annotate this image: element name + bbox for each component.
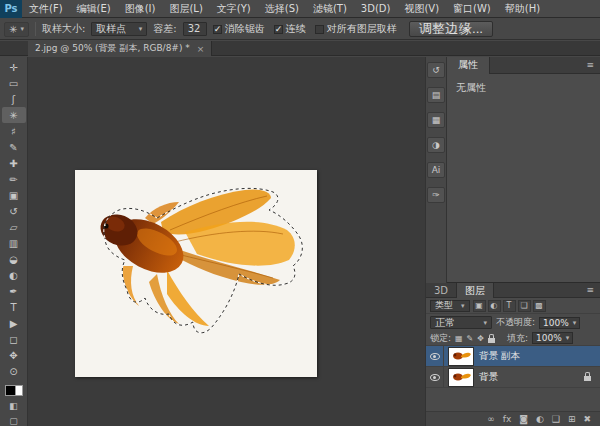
hand-tool[interactable]: ✥ (2, 347, 26, 363)
eyedropper-tool[interactable]: ✎ (2, 139, 26, 155)
close-tab-icon[interactable]: × (197, 44, 205, 54)
eraser-tool[interactable]: ▱ (2, 219, 26, 235)
layer-group-icon[interactable]: ❑ (552, 414, 560, 424)
brush-panel-icon[interactable]: ✑ (427, 187, 445, 203)
checkbox-icon (315, 25, 324, 34)
menu-edit[interactable]: 编辑(E) (70, 0, 118, 18)
crop-tool[interactable]: ♯ (2, 123, 26, 139)
smart-object-filter-icon[interactable]: ▩ (533, 300, 546, 312)
path-selection-tool[interactable]: ▶ (2, 315, 26, 331)
tab-3d[interactable]: 3D (426, 283, 456, 298)
menu-layer[interactable]: 图层(L) (162, 0, 209, 18)
fill-input[interactable]: 100% ▾ (532, 332, 573, 344)
layers-panel: 3D 图层 ≡ 类型 ▾ ▣◐T❏▩ 正常 ▾ 不透明度: 100% ▾ (425, 283, 600, 426)
anti-alias-checkbox[interactable]: 消除锯齿 (213, 22, 265, 36)
document-tab[interactable]: 2.jpg @ 50% (背景 副本, RGB/8#) * × (28, 41, 212, 56)
layer-thumbnail[interactable] (449, 369, 473, 386)
checkbox-label: 连续 (286, 22, 306, 36)
lock-transparency-icon[interactable]: ▦ (455, 334, 463, 343)
contiguous-checkbox[interactable]: 连续 (274, 22, 306, 36)
new-layer-icon[interactable]: ⊞ (568, 414, 576, 424)
layer-style-icon[interactable]: fx (503, 414, 512, 424)
delete-layer-icon[interactable]: ✖ (583, 414, 591, 424)
menu-type[interactable]: 文字(Y) (210, 0, 258, 18)
pixel-filter-icon[interactable]: ▣ (473, 300, 486, 312)
layer-thumbnail[interactable] (449, 348, 473, 365)
adjustment-filter-icon[interactable]: ◐ (488, 300, 501, 312)
styles-panel-icon[interactable]: Ai (427, 162, 445, 178)
color-panel-icon[interactable]: ▤ (427, 87, 445, 103)
gradient-tool[interactable]: ▥ (2, 235, 26, 251)
menu-image[interactable]: 图像(I) (118, 0, 163, 18)
tool-icon: ♯ (11, 126, 16, 137)
history-brush-tool[interactable]: ↺ (2, 203, 26, 219)
lock-all-icon[interactable] (488, 338, 495, 343)
menu-view[interactable]: 视图(V) (397, 0, 446, 18)
tool-icon: ✚ (9, 158, 17, 169)
swatches-panel-icon[interactable]: ▦ (427, 112, 445, 128)
menu-filter[interactable]: 滤镜(T) (306, 0, 354, 18)
tab-layers[interactable]: 图层 (456, 283, 494, 298)
adjustment-layer-icon[interactable]: ◐ (536, 414, 544, 424)
type-filter-icon[interactable]: T (503, 300, 516, 312)
shape-filter-icon[interactable]: ❏ (518, 300, 531, 312)
panel-menu-icon[interactable]: ≡ (586, 60, 594, 70)
menu-window[interactable]: 窗口(W) (446, 0, 498, 18)
blend-mode-dropdown[interactable]: 正常 ▾ (430, 316, 492, 329)
adjustments-panel-icon[interactable]: ◑ (427, 137, 445, 153)
history-panel-icon[interactable]: ↺ (427, 62, 445, 78)
menu-file[interactable]: 文件(F) (22, 0, 70, 18)
pen-tool[interactable]: ✒ (2, 283, 26, 299)
tool-icon: ▥ (9, 238, 18, 249)
menu-select[interactable]: 选择(S) (258, 0, 306, 18)
lasso-tool[interactable]: ʃ (2, 91, 26, 107)
tool-preset-picker[interactable]: ✳ ▾ (4, 22, 29, 37)
healing-brush-tool[interactable]: ✚ (2, 155, 26, 171)
tool-icon: ▱ (10, 222, 18, 233)
dock-panel-glyph: ↺ (432, 65, 440, 75)
foreground-color-swatch[interactable] (5, 385, 16, 396)
tool-icon: ʃ (12, 94, 15, 105)
layer-filter-row: 类型 ▾ ▣◐T❏▩ (426, 298, 600, 314)
layer-row-background-copy[interactable]: 背景 副本 (426, 346, 600, 367)
lock-pixels-icon[interactable]: ✎ (467, 334, 474, 343)
brush-tool[interactable]: ✏ (2, 171, 26, 187)
opacity-input[interactable]: 100% ▾ (539, 317, 580, 329)
clone-stamp-tool[interactable]: ▣ (2, 187, 26, 203)
screen-mode-icon[interactable]: ▢ (9, 416, 18, 426)
tolerance-input[interactable]: 32 (183, 22, 207, 36)
move-tool[interactable]: ✛ (2, 59, 26, 75)
lock-position-icon[interactable]: ✥ (477, 334, 484, 343)
link-layers-icon[interactable]: ∞ (487, 414, 495, 424)
layer-filter-icons: ▣◐T❏▩ (473, 300, 546, 312)
blur-tool[interactable]: ◒ (2, 251, 26, 267)
zoom-tool[interactable]: ⊙ (2, 363, 26, 379)
dock-panel-glyph: ✑ (432, 190, 440, 200)
magic-wand-tool[interactable]: ✳ (2, 107, 26, 123)
menu-3d[interactable]: 3D(D) (354, 0, 398, 18)
refine-edge-button[interactable]: 调整边缘... (409, 21, 493, 37)
shape-tool[interactable]: ◻ (2, 331, 26, 347)
tab-properties[interactable]: 属性 (447, 57, 490, 74)
document-image[interactable] (75, 170, 317, 377)
layer-row-background[interactable]: 背景 (426, 367, 600, 388)
layer-visibility-toggle[interactable] (426, 367, 444, 387)
layer-visibility-toggle[interactable] (426, 346, 444, 366)
color-swatches[interactable] (5, 385, 23, 396)
blend-mode-value: 正常 (435, 316, 455, 330)
dodge-tool[interactable]: ◐ (2, 267, 26, 283)
panel-menu-icon[interactable]: ≡ (586, 285, 594, 295)
canvas-area[interactable] (28, 57, 425, 426)
sample-size-dropdown[interactable]: 取样点 ▾ (91, 22, 147, 36)
layer-filter-type-dropdown[interactable]: 类型 ▾ (430, 300, 470, 312)
type-tool[interactable]: T (2, 299, 26, 315)
quick-mask-icon[interactable]: ◧ (9, 401, 18, 411)
opacity-value: 100% (543, 318, 569, 328)
marquee-tool[interactable]: ▭ (2, 75, 26, 91)
tool-icon: T (10, 302, 16, 313)
layer-mask-icon[interactable]: ◙ (519, 414, 528, 424)
menu-help[interactable]: 帮助(H) (498, 0, 547, 18)
dock-panel-glyph: ▦ (432, 115, 441, 125)
layer-name: 背景 副本 (479, 350, 520, 363)
sample-all-layers-checkbox[interactable]: 对所有图层取样 (315, 22, 397, 36)
